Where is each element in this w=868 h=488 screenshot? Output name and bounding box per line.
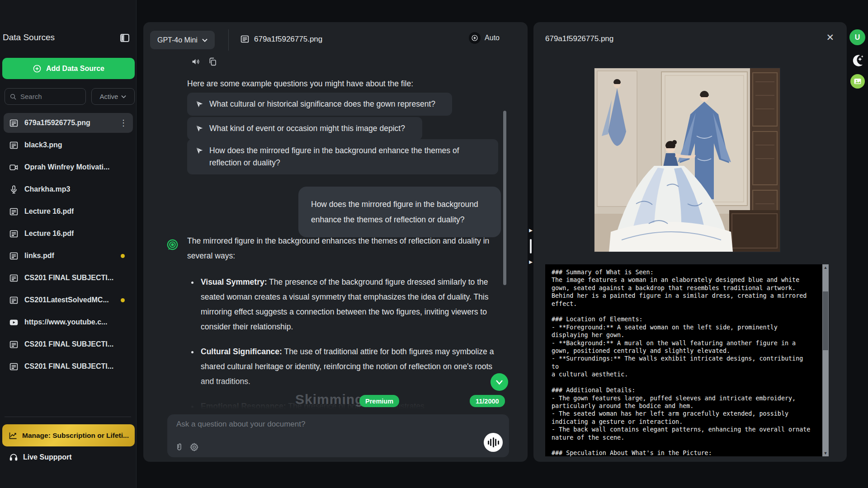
sidebar-title: Data Sources bbox=[3, 33, 55, 42]
scroll-to-bottom-button[interactable] bbox=[491, 373, 508, 391]
close-icon[interactable]: ✕ bbox=[826, 32, 834, 43]
header-divider bbox=[228, 29, 229, 51]
image-tool-icon[interactable] bbox=[850, 74, 865, 89]
scroll-up-icon[interactable]: ▲ bbox=[822, 264, 829, 271]
list-item-label: CS201 FINAL SUBJECTI... bbox=[24, 362, 113, 371]
chat-panel: GPT-4o Mini 679a1f5926775.png Auto Here … bbox=[143, 22, 528, 462]
suggested-question-3[interactable]: How does the mirrored figure in the back… bbox=[187, 139, 498, 174]
microphone-icon bbox=[9, 185, 19, 194]
usage-badge: 11/2000 bbox=[470, 395, 505, 407]
list-item-label: 679a1f5926775.png bbox=[24, 119, 90, 127]
suggested-question-1[interactable]: What cultural or historical significance… bbox=[187, 93, 452, 116]
preview-title: 679a1f5926775.png bbox=[545, 34, 613, 43]
preview-image bbox=[594, 68, 780, 252]
scroll-down-icon[interactable]: ▼ bbox=[822, 450, 829, 456]
list-item-cs201-final-1[interactable]: CS201 FINAL SUBJECTI... bbox=[4, 268, 133, 288]
status-dot bbox=[121, 298, 125, 302]
data-source-list: 679a1f5926775.png ⋮ black3.png Oprah Win… bbox=[4, 113, 133, 379]
auto-mode-toggle[interactable]: Auto bbox=[469, 32, 500, 44]
auto-mode-icon bbox=[469, 32, 481, 44]
sidebar-search[interactable] bbox=[5, 88, 86, 105]
sidebar-divider bbox=[5, 417, 131, 417]
model-selector[interactable]: GPT-4o Mini bbox=[150, 31, 215, 49]
suggested-question-label: What kind of event or occasion might thi… bbox=[209, 122, 405, 135]
list-item-679a1f5926775-png[interactable]: 679a1f5926775.png ⋮ bbox=[4, 113, 133, 133]
file-icon bbox=[9, 296, 19, 305]
question-input[interactable] bbox=[176, 420, 448, 438]
add-data-source-button[interactable]: Add Data Source bbox=[2, 58, 135, 79]
suggested-question-label: How does the mirrored figure in the back… bbox=[209, 145, 490, 169]
attach-file-icon[interactable] bbox=[175, 442, 184, 452]
file-icon bbox=[240, 34, 250, 44]
list-item-youtube-link[interactable]: https://www.youtube.c... bbox=[4, 312, 133, 332]
active-filter-dropdown[interactable]: Active bbox=[91, 88, 135, 105]
add-data-source-label: Add Data Source bbox=[46, 65, 104, 73]
active-file-name: 679a1f5926775.png bbox=[254, 35, 322, 44]
list-item-label: Lecture 16.pdf bbox=[24, 230, 74, 238]
auto-mode-label: Auto bbox=[485, 34, 500, 42]
status-dot bbox=[121, 254, 125, 258]
search-input[interactable] bbox=[20, 93, 75, 100]
copy-icon[interactable] bbox=[208, 57, 217, 66]
read-aloud-icon[interactable] bbox=[191, 57, 201, 66]
file-icon bbox=[9, 273, 19, 283]
sidebar-collapse-icon[interactable] bbox=[119, 33, 130, 42]
list-item-label: links.pdf bbox=[24, 252, 54, 260]
suggested-question-label: What cultural or historical significance… bbox=[209, 98, 435, 110]
chart-line-icon bbox=[9, 431, 18, 440]
chevron-down-icon bbox=[121, 95, 126, 99]
plus-circle-icon bbox=[33, 64, 42, 73]
file-icon bbox=[9, 229, 19, 239]
list-item-label: CS201 FINAL SUBJECTI... bbox=[24, 340, 113, 348]
list-item-black3-png[interactable]: black3.png bbox=[4, 135, 133, 155]
chat-scrollbar[interactable] bbox=[503, 111, 506, 285]
scrollbar-thumb[interactable] bbox=[823, 291, 828, 350]
headset-icon bbox=[9, 453, 18, 462]
file-icon bbox=[9, 251, 19, 261]
dark-mode-moon-icon[interactable] bbox=[850, 53, 864, 67]
list-item-label: CS201LatestSolvedMC... bbox=[24, 296, 109, 304]
file-icon bbox=[9, 207, 19, 216]
file-icon bbox=[9, 362, 19, 371]
list-item-links-pdf[interactable]: links.pdf bbox=[4, 246, 133, 266]
send-icon bbox=[195, 124, 204, 133]
bullet-title: Visual Symmetry: bbox=[201, 277, 267, 286]
list-item-charkha-mp3[interactable]: Charkha.mp3 bbox=[4, 179, 133, 199]
assistant-intro-text: Here are some example questions you migh… bbox=[187, 79, 413, 89]
send-icon bbox=[195, 100, 204, 108]
list-item-label: Lecture 16.pdf bbox=[24, 207, 74, 216]
panel-resize-handle[interactable]: ▶ ▶ bbox=[528, 228, 534, 264]
list-item-label: https://www.youtube.c... bbox=[24, 318, 107, 326]
assistant-message-intro: The mirrored figure in the background en… bbox=[187, 234, 502, 263]
file-icon bbox=[9, 118, 19, 128]
list-item-oprah-video[interactable]: Oprah Winfrey Motivati... bbox=[4, 157, 133, 177]
user-avatar[interactable]: U bbox=[849, 29, 865, 45]
assistant-bullet-2: Cultural Significance: The use of tradit… bbox=[199, 344, 502, 389]
live-support-button[interactable]: Live Suppport bbox=[9, 453, 72, 462]
active-filter-value: Active bbox=[100, 93, 118, 100]
model-name: GPT-4o Mini bbox=[157, 36, 198, 44]
list-item-label: Oprah Winfrey Motivati... bbox=[24, 163, 109, 171]
manage-subscription-button[interactable]: Manage: Subscription or Lifeti... bbox=[2, 424, 135, 446]
premium-badge: Premium bbox=[359, 395, 399, 407]
list-item-cs201-final-2[interactable]: CS201 FINAL SUBJECTI... bbox=[4, 334, 133, 354]
list-item-lecture16-pdf-1[interactable]: Lecture 16.pdf bbox=[4, 202, 133, 221]
list-item-label: black3.png bbox=[24, 141, 62, 149]
suggested-question-2[interactable]: What kind of event or occasion might thi… bbox=[187, 117, 422, 140]
bullet-title: Cultural Significance: bbox=[201, 347, 282, 356]
file-preview-panel: 679a1f5926775.png ✕ bbox=[533, 22, 847, 462]
search-icon bbox=[9, 93, 17, 100]
item-menu-icon[interactable]: ⋮ bbox=[119, 121, 127, 125]
list-item-lecture16-pdf-2[interactable]: Lecture 16.pdf bbox=[4, 224, 133, 244]
live-support-label: Live Suppport bbox=[23, 453, 72, 461]
list-item-label: CS201 FINAL SUBJECTI... bbox=[24, 274, 113, 282]
list-item-label: Charkha.mp3 bbox=[24, 185, 70, 193]
manage-subscription-label: Manage: Subscription or Lifeti... bbox=[22, 432, 129, 440]
list-item-cs201-latest-solved[interactable]: CS201LatestSolvedMC... bbox=[4, 290, 133, 310]
image-description-box: ### Summary of What is Seen: The image f… bbox=[545, 264, 829, 456]
list-item-cs201-final-3[interactable]: CS201 FINAL SUBJECTI... bbox=[4, 357, 133, 376]
description-scrollbar[interactable]: ▲ ▼ bbox=[822, 264, 829, 456]
image-description-text: ### Summary of What is Seen: The image f… bbox=[552, 268, 811, 456]
settings-gear-icon[interactable] bbox=[189, 442, 199, 452]
voice-input-button[interactable] bbox=[484, 433, 503, 452]
